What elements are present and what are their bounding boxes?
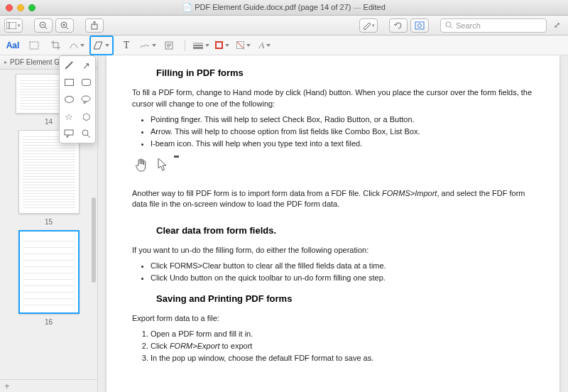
list-item: Open a PDF form and fill it in. xyxy=(151,329,534,340)
body-text: If you want to un-do the filling form, d… xyxy=(132,245,534,256)
list-item: Click FORMS>Clear button to clear all th… xyxy=(151,261,534,272)
arrow-shape[interactable]: ↗ xyxy=(80,59,92,72)
search-icon xyxy=(445,21,453,29)
pdf-page: Filling in PDF forms To fill a PDF form,… xyxy=(106,55,559,392)
list-item: Arrow. This will help to choose option f… xyxy=(151,126,534,138)
search-input[interactable]: Search xyxy=(440,18,547,33)
document-viewport[interactable]: Filling in PDF forms To fill a PDF form,… xyxy=(98,55,568,392)
loupe-shape[interactable] xyxy=(80,127,92,140)
speech-shape[interactable] xyxy=(80,93,92,106)
zoom-in-button[interactable] xyxy=(55,18,74,33)
svg-marker-16 xyxy=(94,42,102,49)
callout-shape[interactable] xyxy=(62,127,75,140)
svg-point-24 xyxy=(82,96,90,102)
svg-line-27 xyxy=(87,135,90,138)
edited-label: Edited xyxy=(364,3,386,11)
main-toolbar: ▾ ▾ Search ⤢ xyxy=(0,16,568,36)
sidebar-scrollbar[interactable] xyxy=(92,197,96,283)
select-rect-tool[interactable] xyxy=(26,38,43,53)
section-heading: Clear data from form fields. xyxy=(156,224,534,238)
svg-rect-11 xyxy=(415,22,424,29)
list-item: I-beam icon. This will help when you typ… xyxy=(151,138,534,150)
thumb-page-num: 15 xyxy=(45,218,53,226)
filename: PDF Element Guide.docx.pdf xyxy=(195,3,295,11)
hand-cursor-icon xyxy=(135,157,149,178)
fill-color-tool[interactable] xyxy=(235,38,252,53)
svg-rect-0 xyxy=(6,22,16,29)
expand-button[interactable]: ⤢ xyxy=(550,18,564,33)
page-thumbnail-selected[interactable] xyxy=(18,230,80,314)
list-item: Click Undo button on the quick toolbar t… xyxy=(151,273,534,284)
sidebar-footer: + xyxy=(0,379,97,392)
svg-line-14 xyxy=(451,27,453,29)
highlight-tool[interactable]: AaI xyxy=(4,38,21,53)
list-item: In the pop up window, choose the default… xyxy=(151,353,534,364)
body-text: Export form data to a file: xyxy=(132,313,534,325)
section-heading: Filling in PDF forms xyxy=(156,67,534,80)
border-color-tool[interactable] xyxy=(214,38,231,53)
share-button[interactable] xyxy=(85,18,104,33)
window-title: 📄 PDF Element Guide.docx.pdf (page 14 of… xyxy=(0,3,568,12)
font-style-tool[interactable]: A xyxy=(256,38,273,53)
cursor-samples xyxy=(135,157,534,178)
note-tool[interactable] xyxy=(160,38,178,53)
svg-point-12 xyxy=(418,23,422,27)
zoom-out-button[interactable] xyxy=(34,18,53,33)
body-text: Another way to fill PDF form is to impor… xyxy=(132,188,534,211)
list-item: Click FORM>Export to export xyxy=(151,341,534,352)
svg-rect-25 xyxy=(65,130,73,135)
arrow-cursor-icon xyxy=(158,157,168,178)
line-shape[interactable] xyxy=(62,59,75,72)
page-indicator: (page 14 of 27) xyxy=(298,3,351,11)
ellipse-shape[interactable] xyxy=(62,93,75,106)
sketch-tool[interactable] xyxy=(68,38,85,53)
rotate-button[interactable] xyxy=(389,18,408,33)
sidebar-toggle-button[interactable]: ▾ xyxy=(4,18,23,33)
shapes-dropdown: ↗ ☆ ⬡ xyxy=(59,55,96,143)
annotate-button[interactable]: ▾ xyxy=(359,18,378,33)
shapes-tool[interactable] xyxy=(89,36,114,55)
markup-button[interactable] xyxy=(410,18,429,33)
titlebar: 📄 PDF Element Guide.docx.pdf (page 14 of… xyxy=(0,0,568,16)
polygon-shape[interactable]: ⬡ xyxy=(80,110,92,123)
svg-line-4 xyxy=(45,27,47,29)
signature-tool[interactable] xyxy=(139,38,156,53)
star-shape[interactable]: ☆ xyxy=(62,110,75,123)
text-tool[interactable]: T xyxy=(118,38,135,53)
svg-line-8 xyxy=(66,27,68,29)
svg-rect-15 xyxy=(30,42,38,49)
line-style-tool[interactable] xyxy=(192,38,209,53)
thumb-page-num: 14 xyxy=(45,118,53,126)
svg-point-13 xyxy=(446,22,451,27)
annotation-toolbar: AaI T A xyxy=(0,36,568,55)
section-heading: Saving and Printing PDF forms xyxy=(156,293,534,306)
rect-shape[interactable] xyxy=(62,76,75,89)
add-page-button[interactable]: + xyxy=(4,381,10,391)
doc-icon: 📄 xyxy=(182,3,192,11)
crop-tool[interactable] xyxy=(47,38,64,53)
roundrect-shape[interactable] xyxy=(80,76,92,89)
svg-point-26 xyxy=(82,130,88,136)
list-item: Pointing finger. This will help to selec… xyxy=(151,114,534,126)
body-text: To fill a PDF form, change to Hand mode … xyxy=(132,87,534,110)
search-placeholder: Search xyxy=(456,21,481,30)
thumb-page-num: 16 xyxy=(45,318,53,326)
